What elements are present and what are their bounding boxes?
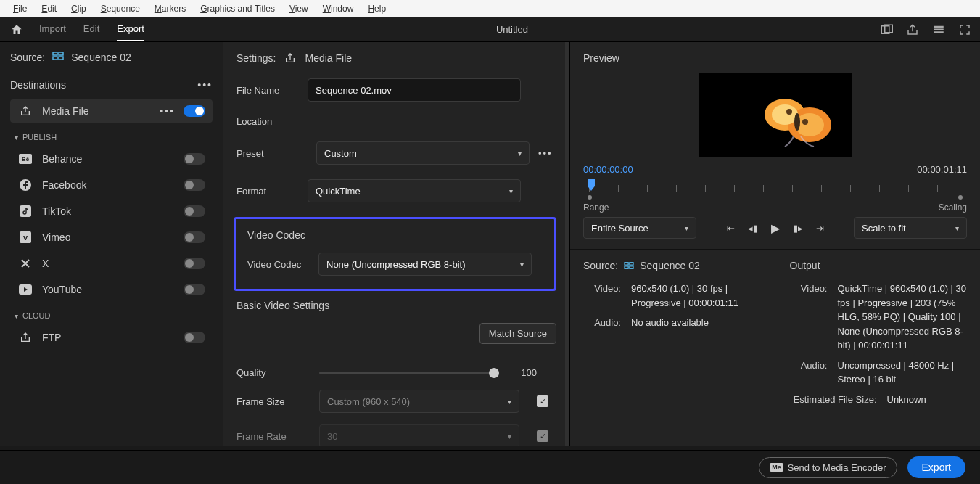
destinations-more-icon[interactable]: ••• <box>197 79 213 91</box>
frame-rate-dropdown[interactable]: 30 ▾ <box>319 424 519 446</box>
destination-media-file[interactable]: Media File ••• <box>10 99 213 123</box>
svg-rect-23 <box>625 263 628 265</box>
youtube-toggle[interactable] <box>184 284 205 295</box>
video-codec-title: Video Codec <box>247 229 543 241</box>
media-encoder-icon: Me <box>770 463 783 472</box>
source-label: Source: <box>10 52 45 63</box>
ftp-icon <box>17 332 33 343</box>
behance-toggle[interactable] <box>184 153 205 165</box>
menu-window[interactable]: Window <box>316 4 361 14</box>
chevron-down-icon: ▾ <box>509 187 513 195</box>
chevron-down-icon: ▾ <box>955 224 959 232</box>
quality-value: 100 <box>511 367 537 378</box>
destination-youtube[interactable]: YouTube <box>10 278 213 301</box>
source-video-info: 960x540 (1.0) | 30 fps | Progressive | 0… <box>631 282 761 310</box>
media-file-toggle[interactable] <box>184 105 205 117</box>
destination-x[interactable]: X <box>10 252 213 275</box>
chevron-down-icon: ▾ <box>508 398 511 406</box>
home-icon[interactable] <box>9 22 25 38</box>
facebook-toggle[interactable] <box>184 179 205 191</box>
os-menubar: File Edit Clip Sequence Markers Graphics… <box>0 0 980 17</box>
ftp-toggle[interactable] <box>184 332 205 343</box>
in-point-handle[interactable] <box>588 195 592 200</box>
vimeo-toggle[interactable] <box>184 231 205 243</box>
tab-import[interactable]: Import <box>39 17 66 41</box>
x-toggle[interactable] <box>184 258 205 269</box>
frame-size-checkbox[interactable]: ✓ <box>537 395 548 407</box>
source-info: Source: Sequence 02 Video:960x540 (1.0) … <box>583 260 761 412</box>
range-dropdown[interactable]: Entire Source ▾ <box>583 217 696 239</box>
preset-dropdown[interactable]: Custom ▾ <box>316 141 530 165</box>
menu-graphics[interactable]: Graphics and Titles <box>193 4 282 14</box>
menu-view[interactable]: View <box>282 4 316 14</box>
file-name-input[interactable]: Sequence 02.mov <box>308 78 521 102</box>
export-button[interactable]: Export <box>907 456 965 478</box>
format-dropdown[interactable]: QuickTime ▾ <box>308 179 521 202</box>
play-icon[interactable]: ▶ <box>771 221 780 235</box>
menu-markers[interactable]: Markers <box>147 4 193 14</box>
chevron-down-icon: ▾ <box>508 432 511 440</box>
export-icon <box>17 105 33 117</box>
destinations-label: Destinations <box>10 79 66 91</box>
go-to-out-icon[interactable]: ⇥ <box>816 223 824 234</box>
menu-help[interactable]: Help <box>361 4 393 14</box>
fullscreen-icon[interactable] <box>958 23 971 36</box>
scaling-dropdown[interactable]: Scale to fit ▾ <box>854 217 967 239</box>
menu-sequence[interactable]: Sequence <box>94 4 147 14</box>
tiktok-toggle[interactable] <box>184 205 205 217</box>
share-icon[interactable] <box>906 23 919 36</box>
destination-vimeo[interactable]: v Vimeo <box>10 226 213 249</box>
footer-bar: Me Send to Media Encoder Export <box>0 450 980 484</box>
frame-size-label: Frame Size <box>236 396 308 407</box>
tiktok-icon <box>17 205 33 217</box>
settings-label: Settings: <box>236 52 276 64</box>
tab-export[interactable]: Export <box>117 17 144 41</box>
settings-panel: Settings: Media File File Name Sequence … <box>223 42 570 446</box>
svg-rect-4 <box>934 31 944 33</box>
destination-facebook[interactable]: Facebook <box>10 173 213 197</box>
step-back-icon[interactable]: ◂▮ <box>748 223 758 234</box>
chevron-down-icon: ▾ <box>520 261 524 268</box>
document-title: Untitled <box>144 24 880 35</box>
preview-panel: Preview 00:00:00:00 00:00:01:11 R <box>570 42 980 446</box>
format-label: Format <box>236 186 308 197</box>
cloud-section[interactable]: ▾ CLOUD <box>15 311 213 320</box>
svg-rect-25 <box>630 263 633 265</box>
svg-text:Bē: Bē <box>22 156 30 163</box>
out-point-handle[interactable] <box>958 195 963 200</box>
quality-slider[interactable] <box>319 372 499 374</box>
destination-tiktok[interactable]: TikTok <box>10 200 213 223</box>
step-forward-icon[interactable]: ▮▸ <box>793 223 803 234</box>
output-info: Output Video:QuickTime | 960x540 (1.0) |… <box>790 260 968 412</box>
frame-size-dropdown[interactable]: Custom (960 x 540) ▾ <box>319 390 519 413</box>
quick-export-icon[interactable] <box>880 23 893 36</box>
destinations-panel: Source: Sequence 02 Destinations ••• Med… <box>0 42 223 446</box>
tab-edit[interactable]: Edit <box>83 17 99 41</box>
timeline[interactable] <box>583 179 967 200</box>
go-to-in-icon[interactable]: ⇤ <box>727 223 735 234</box>
svg-point-18 <box>772 104 798 125</box>
media-file-more-icon[interactable]: ••• <box>160 105 175 117</box>
match-source-button[interactable]: Match Source <box>479 323 556 344</box>
frame-rate-checkbox[interactable]: ✓ <box>537 430 548 442</box>
destination-behance[interactable]: Bē Behance <box>10 147 213 171</box>
menu-clip[interactable]: Clip <box>64 4 94 14</box>
send-to-media-encoder-button[interactable]: Me Send to Media Encoder <box>759 457 897 478</box>
video-codec-dropdown[interactable]: None (Uncompressed RGB 8-bit) ▾ <box>318 253 532 276</box>
timecode-start: 00:00:00:00 <box>583 164 633 175</box>
video-codec-label: Video Codec <box>247 259 318 270</box>
estimated-file-size: Unknown <box>887 393 968 407</box>
destination-ftp[interactable]: FTP <box>10 326 213 349</box>
svg-rect-2 <box>934 25 944 27</box>
workspace-icon[interactable] <box>932 23 945 36</box>
sequence-icon <box>624 261 634 270</box>
svg-rect-26 <box>630 266 633 268</box>
media-file-label: Media File <box>42 105 89 117</box>
preset-more-icon[interactable]: ••• <box>538 148 553 159</box>
app-bar: Import Edit Export Untitled <box>0 17 980 42</box>
publish-section[interactable]: ▾ PUBLISH <box>15 133 213 141</box>
preset-label: Preset <box>236 148 308 159</box>
settings-target: Media File <box>305 52 352 64</box>
menu-edit[interactable]: Edit <box>34 4 64 14</box>
menu-file[interactable]: File <box>6 4 34 14</box>
